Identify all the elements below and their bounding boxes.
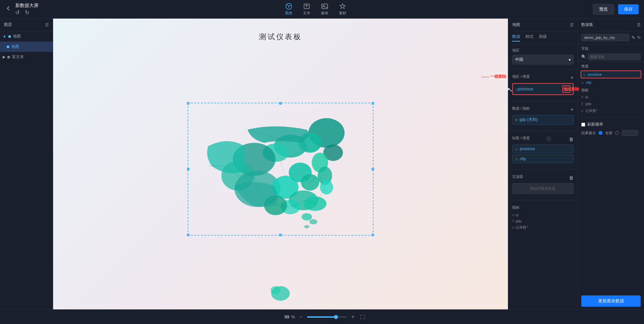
topbar: 新数据大屏 ↺ ↻ 图表 文本 bbox=[0, 0, 644, 19]
hash-metric-gdp: # bbox=[581, 102, 583, 106]
layer-dot-map-child bbox=[7, 46, 9, 48]
tab-data[interactable]: 数据 bbox=[512, 34, 520, 42]
region-label: 地区 bbox=[512, 48, 574, 53]
canvas-area[interactable]: 测试仪表板 bbox=[53, 19, 508, 309]
dimension-label: 维度 bbox=[578, 62, 644, 70]
dimension-city-label: city bbox=[586, 80, 592, 84]
handle-tl[interactable] bbox=[187, 102, 190, 105]
zoom-display: 99 % － ＋ ⛶ bbox=[279, 313, 365, 320]
handle-br[interactable] bbox=[371, 234, 374, 236]
data-metric-label: 数据 / 指标 bbox=[512, 106, 530, 111]
layer-label-map-parent: 地图 bbox=[13, 34, 21, 39]
filter-section: 过滤器 🗑 拖动字段至此处 bbox=[508, 171, 578, 199]
bottom-bar: 99 % － ＋ ⛶ bbox=[0, 309, 644, 324]
preview-button[interactable]: 预览 bbox=[593, 4, 614, 15]
tool-media-label: 媒体 bbox=[321, 11, 328, 16]
handle-tr[interactable] bbox=[371, 102, 374, 105]
tool-media[interactable]: 媒体 bbox=[321, 3, 328, 16]
svg-point-24 bbox=[301, 213, 312, 220]
indicator-count: # 记录数* bbox=[512, 224, 574, 231]
handle-mr[interactable] bbox=[371, 168, 374, 170]
edit-dataset-icon[interactable]: ✎ bbox=[631, 35, 635, 40]
province-field-box: ◇ province 🗑 bbox=[512, 83, 574, 95]
zoom-slider[interactable] bbox=[307, 316, 347, 318]
chevron-down-icon: ▾ bbox=[569, 57, 571, 62]
redo-button[interactable]: ↻ bbox=[25, 9, 29, 16]
refresh-label: 刷新频率 bbox=[587, 122, 603, 127]
svg-point-3 bbox=[323, 5, 324, 6]
add-metric-icon[interactable]: + bbox=[571, 107, 574, 113]
filter-dropzone[interactable]: 拖动字段至此处 bbox=[512, 183, 574, 194]
drilldown-province: ◇ province bbox=[512, 145, 574, 153]
fit-screen-icon[interactable]: ⛶ bbox=[360, 314, 365, 320]
result-row: 结果展示 全部 1000 bbox=[578, 129, 644, 137]
indicators-label: 指标 bbox=[512, 205, 574, 210]
tool-assets-label: 素材 bbox=[339, 11, 346, 16]
map-panel-menu-icon[interactable]: ☰ bbox=[570, 23, 574, 27]
metric-gdp: # gdp bbox=[578, 100, 644, 107]
undo-redo-group: ↺ ↻ bbox=[15, 9, 39, 16]
map-container[interactable] bbox=[188, 103, 373, 236]
add-region-dim-icon[interactable]: + bbox=[571, 75, 574, 81]
dimension-province-label: province bbox=[588, 72, 602, 76]
save-button[interactable]: 保存 bbox=[618, 4, 639, 14]
topbar-left: 新数据大屏 ↺ ↻ bbox=[5, 3, 39, 16]
indicators-section: 指标 # id # gdp # 记录数* bbox=[508, 202, 578, 234]
refresh-checkbox[interactable] bbox=[581, 123, 585, 127]
bottom-map-fragment bbox=[267, 282, 294, 303]
tab-advanced[interactable]: 高级 bbox=[539, 34, 547, 42]
map-config-panel: 地图 ☰ 数据 样式 高级 地区 中国 ▾ 地区 / 维度 + bbox=[508, 19, 578, 309]
metric-count: # 记录数* bbox=[578, 107, 644, 115]
svg-rect-2 bbox=[322, 4, 328, 9]
main-area: 图层 ☰ ▼ 地图 地图 ▶ 富文本 测试仪表板 bbox=[0, 19, 644, 309]
dataset-menu-icon[interactable]: ☰ bbox=[637, 23, 641, 27]
metric-id: # id bbox=[578, 94, 644, 100]
result-count-input[interactable]: 1000 bbox=[622, 130, 638, 136]
tab-style[interactable]: 样式 bbox=[525, 34, 533, 42]
result-radio-count[interactable] bbox=[615, 131, 619, 135]
back-button[interactable] bbox=[5, 5, 11, 13]
search-icon: 🔍 bbox=[581, 54, 586, 59]
tool-text[interactable]: 文本 bbox=[303, 3, 310, 16]
map-panel-title: 地图 bbox=[512, 22, 520, 28]
delete-filter-icon[interactable]: 🗑 bbox=[569, 175, 574, 180]
map-panel-content: 地区 中国 ▾ 地区 / 维度 + ◇ province 🗑 bbox=[508, 45, 578, 309]
dimension-province[interactable]: ◇ province bbox=[581, 70, 641, 78]
layers-menu-icon[interactable]: ☰ bbox=[45, 23, 49, 27]
zoom-out-icon[interactable]: － bbox=[298, 313, 304, 320]
layer-item-map-parent[interactable]: ▼ 地图 bbox=[0, 31, 53, 42]
field-search-input[interactable] bbox=[588, 54, 641, 60]
layer-item-rich-text[interactable]: ▶ 富文本 bbox=[0, 52, 53, 62]
update-chart-button[interactable]: 更新图表数据 bbox=[581, 295, 641, 307]
dimension-city[interactable]: ◇ city bbox=[578, 79, 644, 86]
china-map-svg bbox=[188, 103, 373, 235]
undo-button[interactable]: ↺ bbox=[15, 9, 20, 16]
refresh-dataset-icon[interactable]: ↻ bbox=[637, 35, 641, 40]
zoom-slider-thumb[interactable] bbox=[334, 315, 338, 319]
province-delete-btn[interactable]: 🗑 bbox=[562, 85, 570, 93]
gdp-field-label: gdp (求和) bbox=[520, 117, 538, 123]
drilldown-city: ◇ city bbox=[512, 155, 574, 163]
handle-ml[interactable] bbox=[187, 168, 190, 170]
handle-bc[interactable] bbox=[279, 234, 282, 236]
delete-drilldown-icon[interactable]: 🗑 bbox=[569, 137, 574, 142]
tool-assets[interactable]: 素材 bbox=[339, 3, 346, 16]
handle-bl[interactable] bbox=[187, 234, 190, 236]
zoom-percent: % bbox=[291, 314, 295, 319]
region-select[interactable]: 中国 ▾ bbox=[512, 55, 574, 64]
zoom-in-icon[interactable]: ＋ bbox=[350, 313, 356, 320]
handle-tc[interactable] bbox=[279, 102, 282, 105]
left-sidebar: 图层 ☰ ▼ 地图 地图 ▶ 富文本 bbox=[0, 19, 53, 309]
svg-point-26 bbox=[271, 286, 281, 294]
filter-label: 过滤器 bbox=[512, 174, 523, 179]
refresh-row: 刷新频率 bbox=[578, 120, 644, 129]
result-radio-all[interactable] bbox=[599, 131, 603, 135]
dataset-scroll: 字段 🔍 维度 ◇ province ◇ city 指标 # id bbox=[578, 44, 644, 293]
layer-item-map-child[interactable]: 地图 bbox=[0, 42, 53, 52]
tool-chart[interactable]: 图表 bbox=[285, 3, 292, 16]
indicator-gdp: # gdp bbox=[512, 218, 574, 224]
drilldown-section: 钻取 / 维度 ⓘ 🗑 ◇ province ◇ city bbox=[508, 132, 578, 168]
field-search-row: 🔍 bbox=[578, 52, 644, 62]
dataset-header: 数据集 ☰ bbox=[578, 19, 644, 31]
map-panel-header: 地图 ☰ bbox=[508, 19, 578, 31]
